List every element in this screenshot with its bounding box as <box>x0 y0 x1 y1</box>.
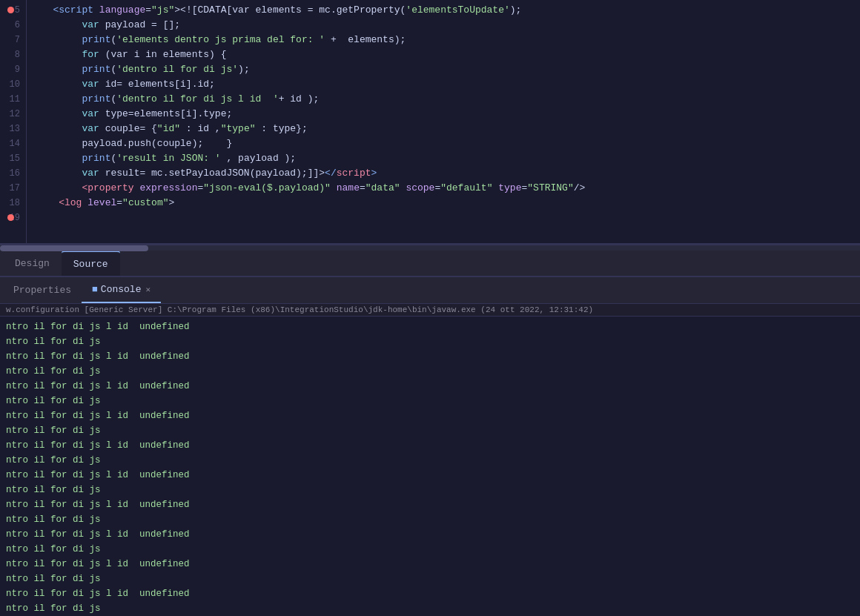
code-line: var result= mc.setPayloadJSON(payload);]… <box>36 166 851 181</box>
code-line: <property expression="json-eval($.payloa… <box>36 181 851 196</box>
line-number: 19 <box>6 211 20 225</box>
console-line: ntro il for di js <box>6 542 854 557</box>
tab-design[interactable]: Design <box>3 251 62 276</box>
code-line: print('result in JSON: ' , payload ); <box>36 151 851 166</box>
line-number: 8 <box>6 47 20 62</box>
line-number: 6 <box>6 18 20 33</box>
app-container: 5678910111213141516171819 <script langua… <box>0 0 860 616</box>
console-line: ntro il for di js l id undefined <box>6 438 854 453</box>
console-line: ntro il for di js <box>6 364 854 379</box>
tab-source[interactable]: Source <box>62 251 120 276</box>
code-line: print('elements dentro js prima del for:… <box>36 33 851 47</box>
code-line: var id= elements[i].id; <box>36 77 851 92</box>
line-number: 15 <box>6 151 20 166</box>
line-number: 12 <box>6 107 20 122</box>
console-line: ntro il for di js <box>6 572 854 586</box>
console-output[interactable]: ntro il for di js l id undefinedntro il … <box>0 317 860 616</box>
code-line: <log level="custom"> <box>36 196 851 211</box>
breakpoint-indicator[interactable] <box>7 7 14 13</box>
line-numbers: 5678910111213141516171819 <box>0 0 27 243</box>
tab-console[interactable]: ■ Console ✕ <box>82 277 161 303</box>
console-line: ntro il for di js <box>6 423 854 438</box>
console-line: ntro il for di js <box>6 512 854 527</box>
line-number: 16 <box>6 166 20 181</box>
tab-console-label: Console <box>101 284 142 295</box>
console-line: ntro il for di js l id undefined <box>6 586 854 601</box>
breakpoint-indicator[interactable] <box>7 214 14 221</box>
bottom-panel: Properties ■ Console ✕ w.configuration [… <box>0 277 860 616</box>
line-number: 7 <box>6 33 20 47</box>
console-line: ntro il for di js l id undefined <box>6 527 854 542</box>
code-line: <script language="js"><![CDATA[var eleme… <box>36 3 851 18</box>
console-line: ntro il for di js l id undefined <box>6 408 854 423</box>
line-number: 14 <box>6 136 20 151</box>
console-line: ntro il for di js <box>6 394 854 408</box>
code-line: for (var i in elements) { <box>36 47 851 62</box>
scrollbar-thumb[interactable] <box>0 245 148 251</box>
code-line: var couple= {"id" : id ,"type" : type}; <box>36 122 851 136</box>
tab-properties-label: Properties <box>13 285 71 296</box>
line-number: 11 <box>6 92 20 107</box>
tab-source-label: Source <box>73 259 108 270</box>
tab-design-label: Design <box>15 258 50 269</box>
code-line: print('dentro il for di js'); <box>36 62 851 77</box>
console-line: ntro il for di js l id undefined <box>6 349 854 364</box>
line-number: 13 <box>6 122 20 136</box>
console-line: ntro il for di js l id undefined <box>6 379 854 394</box>
console-line: ntro il for di js l id undefined <box>6 319 854 334</box>
horizontal-scrollbar[interactable] <box>0 245 860 251</box>
console-path-text: w.configuration [Generic Server] C:\Prog… <box>6 305 593 314</box>
tab-properties[interactable]: Properties <box>3 277 82 303</box>
console-line: ntro il for di js l id undefined <box>6 497 854 512</box>
code-line: var payload = []; <box>36 18 851 33</box>
console-line: ntro il for di js l id undefined <box>6 557 854 572</box>
line-number: 17 <box>6 181 20 196</box>
bottom-tab-bar: Properties ■ Console ✕ <box>0 277 860 304</box>
line-number: 18 <box>6 196 20 211</box>
console-path: w.configuration [Generic Server] C:\Prog… <box>0 304 860 317</box>
code-line: var type=elements[i].type; <box>36 107 851 122</box>
code-line: print('dentro il for di js l id '+ id ); <box>36 92 851 107</box>
editor-tab-bar: Design Source <box>0 251 860 277</box>
code-editor: 5678910111213141516171819 <script langua… <box>0 0 860 245</box>
console-line: ntro il for di js <box>6 453 854 468</box>
line-number: 9 <box>6 62 20 77</box>
line-number: 5 <box>6 3 20 18</box>
code-line: payload.push(couple); } <box>36 136 851 151</box>
tab-console-icon: ■ <box>92 284 98 295</box>
console-line: ntro il for di js l id undefined <box>6 468 854 483</box>
console-line: ntro il for di js <box>6 601 854 616</box>
line-number: 10 <box>6 77 20 92</box>
code-content[interactable]: <script language="js"><![CDATA[var eleme… <box>27 0 860 243</box>
console-line: ntro il for di js <box>6 483 854 497</box>
close-icon[interactable]: ✕ <box>145 285 150 294</box>
console-line: ntro il for di js <box>6 334 854 349</box>
